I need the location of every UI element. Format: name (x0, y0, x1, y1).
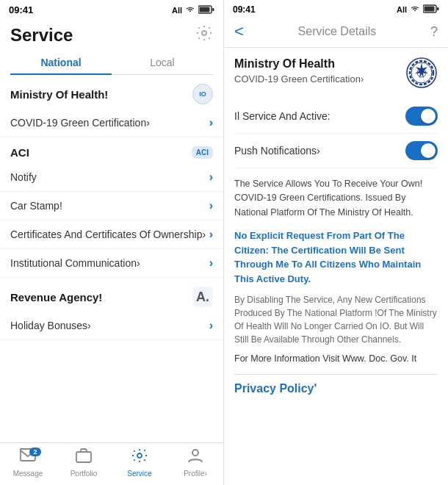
left-time: 09:41 (9, 4, 33, 15)
toggle-push-notifications: Push Notifications› (234, 134, 438, 168)
svg-rect-9 (437, 7, 439, 10)
nav-label-message: Message (13, 470, 43, 478)
service-description: The Service Allows You To Receive Your O… (234, 177, 438, 220)
svg-rect-8 (424, 7, 435, 12)
service-bold-notice: No Explicit Request From Part Of The Cit… (234, 229, 438, 286)
detail-service-header: Ministry Of Health COVID-19 Green Certif… (234, 57, 438, 89)
settings-icon[interactable] (195, 24, 213, 46)
privacy-section: Privacy Policy' (234, 374, 438, 395)
svg-point-5 (137, 453, 142, 458)
group-name-ministry: Ministry Of Health! (10, 88, 108, 101)
back-button[interactable]: < (234, 22, 244, 41)
service-item-label: Holiday Bonuses› (10, 320, 209, 331)
detail-header: < Service Details ? (224, 18, 448, 48)
nav-item-service[interactable]: Service (112, 448, 167, 478)
left-header: Service (0, 18, 223, 51)
chevron-right-icon: › (209, 256, 213, 270)
toggle-service-switch[interactable] (405, 107, 438, 126)
list-item[interactable]: COVID-19 Green Certification› › (0, 109, 223, 137)
toggle-service-active: Il Service And Active: (234, 99, 438, 134)
group-aci: ACI ACI (0, 137, 223, 163)
toggle-push-label: Push Notifications› (234, 145, 320, 157)
aci-badge: ACI (192, 146, 213, 159)
nav-item-profile[interactable]: Profile› (167, 448, 223, 478)
profile-icon (187, 448, 203, 468)
service-item-label: Certificates And Certificates Of Ownersh… (10, 229, 209, 240)
right-battery-icon (423, 4, 439, 15)
tab-national[interactable]: National (10, 51, 112, 74)
detail-service-subtitle: COVID-19 Green Certification› (234, 73, 364, 85)
right-status-bar: 09:41 All (224, 0, 448, 18)
portfolio-icon (75, 448, 93, 468)
battery-icon (198, 5, 214, 15)
detail-page-title: Service Details (244, 25, 430, 38)
group-ministry-health: Ministry Of Health! IO (0, 75, 223, 109)
svg-point-3 (202, 31, 206, 35)
page-title: Service (10, 25, 73, 46)
help-button[interactable]: ? (430, 24, 438, 40)
ministry-badge: IO (192, 84, 213, 104)
service-item-label: Institutional Communication› (10, 257, 209, 269)
right-wifi-icon (410, 5, 420, 14)
list-item[interactable]: Car Stamp! › (0, 192, 223, 220)
network-label: All (172, 6, 182, 15)
toggle-push-switch[interactable] (405, 141, 438, 160)
message-badge: 2 (29, 448, 41, 456)
right-network-label: All (397, 5, 407, 14)
wifi-icon (185, 6, 195, 15)
service-more-info: For More Information Visit Www. Doc. Gov… (234, 353, 438, 364)
detail-service-name: Ministry Of Health (234, 57, 364, 72)
service-item-label: Notify (10, 171, 209, 183)
revenue-badge-text: A. (196, 290, 209, 305)
svg-rect-1 (200, 7, 210, 12)
group-header-aci: ACI ACI (10, 146, 213, 159)
nav-item-message[interactable]: 2 Message (0, 448, 56, 478)
svg-point-6 (192, 450, 198, 456)
service-icon (131, 448, 148, 468)
group-header-ministry: Ministry Of Health! IO (10, 84, 213, 104)
service-item-label: COVID-19 Green Certification› (10, 117, 209, 129)
tab-bar: National Local (10, 51, 213, 75)
chevron-right-icon: › (209, 116, 213, 129)
svg-rect-2 (212, 8, 214, 11)
list-item[interactable]: Institutional Communication› › (0, 249, 223, 278)
detail-service-info: Ministry Of Health COVID-19 Green Certif… (234, 57, 364, 85)
group-revenue: Revenue Agency! A. (0, 278, 223, 312)
list-item[interactable]: Certificates And Certificates Of Ownersh… (0, 220, 223, 249)
chevron-right-icon: › (209, 199, 213, 212)
nav-item-portfolio[interactable]: Portfolio (56, 448, 112, 478)
list-item[interactable]: Holiday Bonuses› › (0, 312, 223, 340)
service-list: Ministry Of Health! IO COVID-19 Green Ce… (0, 75, 223, 442)
nav-label-portfolio: Portfolio (71, 470, 98, 478)
group-name-revenue: Revenue Agency! (10, 291, 102, 303)
chevron-right-icon: › (209, 319, 213, 332)
right-status-icons: All (397, 4, 439, 15)
chevron-right-icon: › (209, 228, 213, 241)
service-disabling-note: By Disabling The Service, Any New Certif… (234, 293, 438, 346)
service-detail-content: Ministry Of Health COVID-19 Green Certif… (224, 48, 448, 485)
svg-rect-4 (76, 452, 91, 462)
group-name-aci: ACI (10, 146, 29, 159)
left-panel: 09:41 All Service (0, 0, 224, 485)
svg-marker-12 (415, 62, 428, 79)
tab-local[interactable]: Local (112, 51, 213, 74)
gov-emblem-icon (405, 57, 438, 89)
privacy-title: Privacy Policy' (234, 382, 438, 395)
revenue-badge: A. (192, 287, 213, 307)
chevron-right-icon: › (209, 170, 213, 184)
group-header-revenue: Revenue Agency! A. (10, 287, 213, 307)
left-status-icons: All (172, 5, 214, 15)
toggle-service-label: Il Service And Active: (234, 110, 330, 122)
nav-label-profile: Profile› (184, 470, 207, 478)
right-panel: 09:41 All < Service Details ? (224, 0, 448, 485)
bottom-navigation: 2 Message Portfolio (0, 442, 223, 485)
nav-label-service: Service (127, 470, 151, 478)
service-item-label: Car Stamp! (10, 200, 209, 212)
left-status-bar: 09:41 All (0, 0, 223, 18)
right-time: 09:41 (233, 4, 256, 15)
list-item[interactable]: Notify › (0, 163, 223, 192)
